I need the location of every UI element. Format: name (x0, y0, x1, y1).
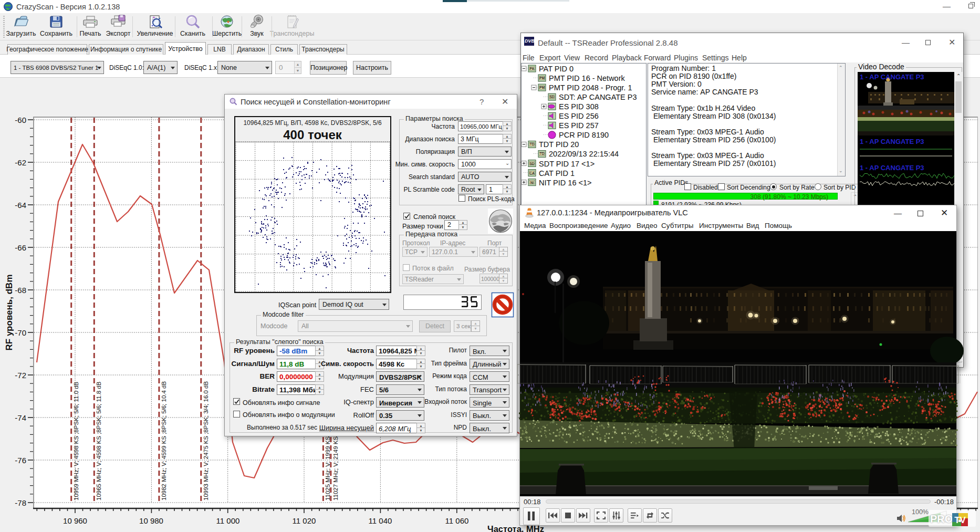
svg-text:NI: NI (530, 181, 534, 184)
svg-text:1 - AP CANGATE P3: 1 - AP CANGATE P3 (860, 164, 924, 172)
svg-text:1 - AP CANGATE P3: 1 - AP CANGATE P3 (860, 138, 924, 145)
svg-text:TV: TV (954, 515, 966, 525)
svg-text:SD: SD (529, 162, 534, 165)
svg-text:CA: CA (529, 171, 535, 175)
svg-text:TD: TD (540, 152, 545, 155)
svg-text:PM: PM (539, 86, 545, 89)
svg-text:1 - AP CANGATE P3: 1 - AP CANGATE P3 (860, 73, 924, 81)
svg-text:SD: SD (549, 95, 554, 99)
svg-text:PA: PA (530, 67, 535, 70)
svg-text:PM: PM (539, 76, 545, 80)
svg-text:TD: TD (530, 142, 535, 146)
